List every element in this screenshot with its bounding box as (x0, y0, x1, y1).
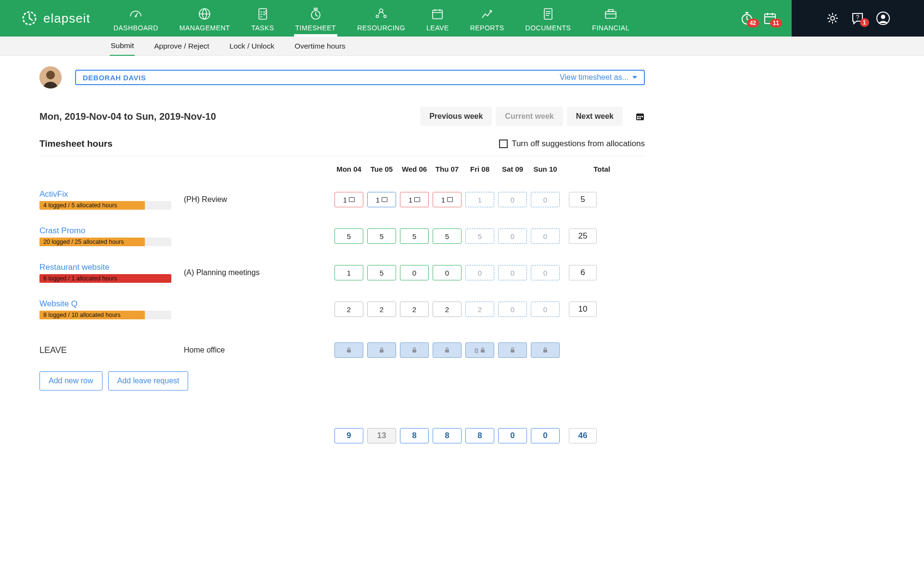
svg-rect-5 (314, 8, 317, 10)
hours-cell[interactable]: 0 (400, 265, 429, 280)
leave-cell (433, 342, 462, 358)
subtab-overtime-hours[interactable]: Overtime hours (294, 37, 346, 55)
subtabs: SubmitApprove / RejectLock / UnlockOvert… (0, 37, 924, 56)
project-link[interactable]: Restaurant website (39, 263, 184, 272)
current-week-button[interactable]: Current week (496, 107, 563, 126)
brand-logo-icon (21, 10, 38, 26)
nav-leave[interactable]: LEAVE (421, 4, 455, 37)
allocation-fill: 8 logged / 10 allocated hours (39, 311, 145, 319)
hours-cell[interactable]: 1 (433, 192, 462, 207)
prev-week-button[interactable]: Previous week (420, 107, 492, 126)
day-header: Thu 07 (431, 165, 463, 173)
row-total: 25 (569, 228, 597, 244)
leave-cell (367, 342, 396, 358)
phase-label: (A) Planning meetings (184, 268, 333, 277)
brand[interactable]: elapseit (0, 10, 108, 26)
subtab-submit[interactable]: Submit (110, 37, 135, 56)
allocation-fill: 4 logged / 5 allocated hours (39, 201, 145, 210)
hours-cell[interactable]: 0 (498, 192, 527, 207)
hours-cell[interactable]: 0 (498, 302, 527, 317)
hours-cell[interactable]: 0 (531, 228, 560, 244)
add-leave-button[interactable]: Add leave request (108, 371, 189, 391)
nav-financial[interactable]: FINANCIAL (586, 4, 635, 37)
nav-icon (197, 7, 212, 21)
lock-icon (412, 347, 417, 353)
nav-reports[interactable]: REPORTS (464, 4, 510, 37)
hours-cell[interactable]: 0 (498, 228, 527, 244)
nav-tasks[interactable]: TASKS (245, 4, 280, 37)
hours-cell[interactable]: 2 (367, 302, 396, 317)
timer-notification[interactable]: 42 (740, 11, 754, 25)
leave-cell (400, 342, 429, 358)
nav-resourcing[interactable]: RESOURCING (351, 4, 411, 37)
hours-cell[interactable]: 1 (334, 265, 363, 280)
hours-cell[interactable]: 5 (433, 228, 462, 244)
lock-icon (543, 347, 548, 353)
page: DEBORAH DAVIS View timesheet as... Mon, … (0, 56, 674, 463)
hours-cell[interactable]: 0 (531, 192, 560, 207)
profile-button[interactable] (876, 11, 890, 25)
hours-cell[interactable]: 0 (531, 302, 560, 317)
user-icon (876, 11, 890, 25)
calendar-picker[interactable] (635, 112, 645, 121)
next-week-button[interactable]: Next week (567, 107, 623, 126)
hours-cell[interactable]: 1 (400, 192, 429, 207)
calendar-badge: 11 (770, 19, 782, 27)
svg-point-19 (881, 15, 885, 19)
subtab-approve-reject[interactable]: Approve / Reject (153, 37, 210, 55)
phase-label: (PH) Review (184, 195, 333, 204)
calendar-notification[interactable]: 11 (763, 11, 777, 25)
nav-label: FINANCIAL (592, 24, 629, 32)
nav-icon (374, 7, 388, 21)
nav-dashboard[interactable]: DASHBOARD (108, 4, 164, 37)
nav-documents[interactable]: DOCUMENTS (520, 4, 577, 37)
project-row: ActivFix4 logged / 5 allocated hours(PH)… (39, 189, 645, 210)
toggle-suggestions[interactable]: Turn off suggestions from allocations (499, 139, 645, 149)
add-row-button[interactable]: Add new row (39, 371, 103, 391)
hours-cell[interactable]: 1 (367, 192, 396, 207)
topbar: elapseit DASHBOARDMANAGEMENTTASKSTIMESHE… (0, 0, 924, 37)
day-total: 13 (367, 428, 396, 443)
hours-cell[interactable]: 5 (465, 228, 494, 244)
hours-cell[interactable]: 0 (465, 265, 494, 280)
help-button[interactable]: ? 1 (851, 12, 864, 25)
day-total: 8 (465, 428, 494, 443)
hours-cell[interactable]: 5 (400, 228, 429, 244)
nav-management[interactable]: MANAGEMENT (174, 4, 236, 37)
day-total: 9 (334, 428, 363, 443)
hours-cell[interactable]: 2 (433, 302, 462, 317)
note-icon (447, 197, 453, 202)
day-header: Tue 05 (366, 165, 398, 173)
hours-cell[interactable]: 1 (334, 192, 363, 207)
hours-cell[interactable]: 2 (400, 302, 429, 317)
hours-cell[interactable]: 0 (498, 265, 527, 280)
day-header: Wed 06 (398, 165, 430, 173)
hours-cell[interactable]: 5 (367, 265, 396, 280)
project-link[interactable]: Website Q (39, 299, 184, 309)
hours-cell[interactable]: 2 (334, 302, 363, 317)
project-link[interactable]: ActivFix (39, 189, 184, 199)
hours-cell[interactable]: 0 (531, 265, 560, 280)
hours-cell[interactable]: 5 (367, 228, 396, 244)
day-header: Sun 10 (529, 165, 561, 173)
subtab-lock-unlock[interactable]: Lock / Unlock (229, 37, 275, 55)
nav-timesheet[interactable]: TIMESHEET (290, 4, 342, 37)
hours-cell[interactable]: 1 (465, 192, 494, 207)
settings-button[interactable] (826, 12, 839, 25)
user-bar[interactable]: DEBORAH DAVIS View timesheet as... (75, 70, 645, 85)
nav-icon (480, 7, 494, 21)
avatar[interactable] (39, 66, 62, 88)
hours-cell[interactable]: 5 (334, 228, 363, 244)
leave-cell: 8 (465, 342, 494, 358)
hours-cell[interactable]: 2 (465, 302, 494, 317)
hours-cell[interactable]: 0 (433, 265, 462, 280)
totals-row: 91388800 46 (39, 428, 645, 443)
row-total: 6 (569, 265, 597, 280)
leave-cell (334, 342, 363, 358)
view-as-dropdown[interactable]: View timesheet as... (560, 73, 637, 82)
nav-label: DOCUMENTS (526, 24, 571, 32)
svg-rect-31 (445, 350, 449, 353)
view-as-label: View timesheet as... (560, 73, 629, 82)
svg-rect-29 (380, 350, 384, 353)
project-link[interactable]: Crast Promo (39, 226, 184, 236)
